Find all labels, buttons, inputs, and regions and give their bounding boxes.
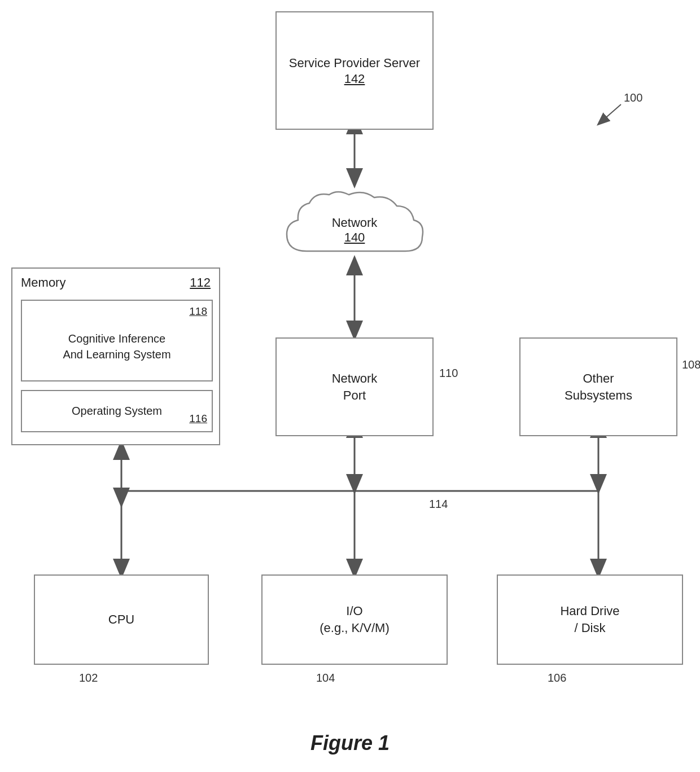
cpu-label: CPU (108, 611, 134, 628)
cials-box: 118 Cognitive InferenceAnd Learning Syst… (21, 300, 213, 381)
io-label: I/O(e.g., K/V/M) (320, 603, 389, 636)
cials-ref: 118 (189, 304, 207, 319)
ref100-arrow (598, 104, 621, 124)
memory-label: Memory (21, 275, 65, 290)
bus-ref: 114 (429, 498, 448, 511)
hard-drive-label: Hard Drive/ Disk (560, 603, 619, 636)
other-subsystems-ref: 108 (682, 358, 700, 371)
ref-100: 100 (624, 91, 642, 104)
memory-ref: 112 (190, 275, 211, 290)
diagram: Service Provider Server 142 100 Network … (0, 0, 700, 772)
network-label: Network 140 (332, 216, 378, 245)
os-box: Operating System 116 (21, 390, 213, 432)
other-subsystems-label: OtherSubsystems (565, 370, 632, 403)
service-provider-label: Service Provider Server (289, 55, 420, 72)
network-port-ref: 110 (439, 367, 458, 380)
memory-box: Memory 112 118 Cognitive InferenceAnd Le… (11, 267, 220, 445)
other-subsystems-box: OtherSubsystems (519, 337, 677, 436)
network-port-box: NetworkPort (275, 337, 434, 436)
io-ref: 104 (316, 672, 335, 685)
io-box: I/O(e.g., K/V/M) (261, 574, 448, 665)
hard-drive-ref: 106 (548, 672, 566, 685)
cpu-ref: 102 (79, 672, 98, 685)
network-port-label: NetworkPort (332, 370, 378, 403)
os-label: Operating System (72, 403, 162, 419)
cials-label: Cognitive InferenceAnd Learning System (63, 331, 170, 362)
hard-drive-box: Hard Drive/ Disk (497, 574, 683, 665)
cpu-box: CPU (34, 574, 209, 665)
service-provider-box: Service Provider Server 142 (275, 11, 434, 130)
service-provider-ref: 142 (289, 72, 420, 86)
os-ref: 116 (189, 411, 207, 426)
figure-caption: Figure 1 (0, 731, 700, 755)
network-cloud: Network 140 (275, 186, 434, 274)
